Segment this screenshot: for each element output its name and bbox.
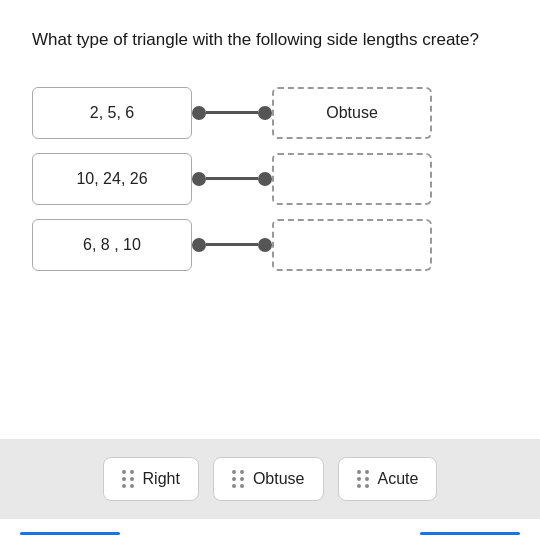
drag-handle-acute [357, 470, 370, 488]
bottom-line-right [420, 532, 520, 535]
answer-bank: Right Obtuse Acute [0, 439, 540, 519]
question-area: What type of triangle with the following… [0, 0, 540, 439]
answer-tile-acute-label: Acute [378, 470, 419, 488]
answer-tile-acute[interactable]: Acute [338, 457, 438, 501]
right-box-1[interactable]: Obtuse [272, 87, 432, 139]
left-box-2: 10, 24, 26 [32, 153, 192, 205]
match-row-1: 2, 5, 6 Obtuse [32, 87, 508, 139]
connector-line-2 [206, 177, 258, 180]
right-box-3[interactable] [272, 219, 432, 271]
question-text: What type of triangle with the following… [32, 28, 508, 53]
match-row-3: 6, 8 , 10 [32, 219, 508, 271]
matching-container: 2, 5, 6 Obtuse 10, 24, 26 6, 8 , 10 [32, 77, 508, 281]
drag-handle-obtuse [232, 470, 245, 488]
left-box-1: 2, 5, 6 [32, 87, 192, 139]
connector-line-3 [206, 243, 258, 246]
match-row-2: 10, 24, 26 [32, 153, 508, 205]
connector-2 [192, 172, 272, 186]
connector-1 [192, 106, 272, 120]
connector-3 [192, 238, 272, 252]
drag-handle-right [122, 470, 135, 488]
answer-tile-right-label: Right [143, 470, 180, 488]
answer-tile-obtuse-label: Obtuse [253, 470, 305, 488]
connector-dot-right-2 [258, 172, 272, 186]
connector-dot-left-1 [192, 106, 206, 120]
connector-dot-right-1 [258, 106, 272, 120]
page-bottom [0, 519, 540, 541]
connector-dot-left-3 [192, 238, 206, 252]
right-box-2[interactable] [272, 153, 432, 205]
answer-tile-right[interactable]: Right [103, 457, 199, 501]
connector-line-1 [206, 111, 258, 114]
answer-tile-obtuse[interactable]: Obtuse [213, 457, 324, 501]
connector-dot-left-2 [192, 172, 206, 186]
bottom-line-left [20, 532, 120, 535]
left-box-3: 6, 8 , 10 [32, 219, 192, 271]
connector-dot-right-3 [258, 238, 272, 252]
